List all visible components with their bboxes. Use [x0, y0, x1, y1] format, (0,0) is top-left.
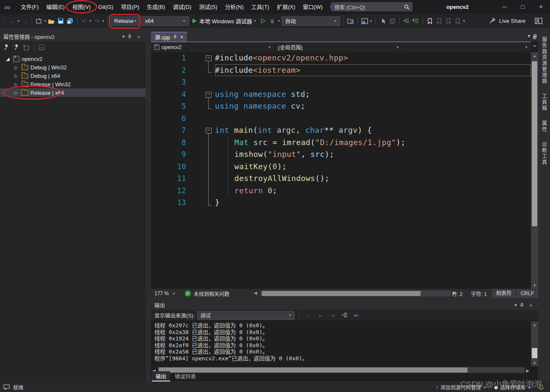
output-log[interactable]: 线程 0x297c 已退出，返回值为 0 (0x0)。线程 0x2a38 已退出… [151, 321, 531, 365]
fold-margin[interactable]: − [186, 124, 215, 137]
scroll-thumb[interactable] [532, 61, 537, 226]
output-tab-active[interactable]: 输出 [152, 371, 170, 381]
property-manager-header[interactable]: 属性管理器 - opencv2 ▾ × [0, 32, 146, 41]
navigate-back-icon[interactable]: ← [8, 16, 16, 26]
menu-item-6[interactable]: 生成(B) [143, 0, 169, 14]
fold-margin[interactable]: − [186, 88, 215, 101]
output-horizontal-scrollbar[interactable] [158, 367, 525, 373]
pin-icon[interactable] [127, 34, 135, 39]
code-line-content[interactable]: destroyAllWindows(); [215, 173, 531, 185]
right-tab-4[interactable]: 诊断工具 [541, 142, 548, 165]
code-line-content[interactable]: #include<opencv2/opencv.hpp> [215, 52, 531, 64]
add-new-project-property-icon[interactable]: * [13, 44, 19, 50]
word-wrap-icon[interactable]: ↵ [352, 311, 360, 320]
new-project-icon[interactable]: * [35, 16, 43, 26]
code-line[interactable]: 12return 0; [151, 185, 531, 197]
collapsed-expander-icon[interactable]: ▷ [14, 65, 19, 70]
code-line[interactable]: 11destroyAllWindows(); [151, 173, 531, 185]
tab-close-icon[interactable]: × [180, 34, 183, 40]
code-line-content[interactable]: using namespace cv; [215, 100, 531, 112]
line-ending-button[interactable]: CRLF [517, 289, 538, 298]
code-line-content[interactable]: imshow("input", src); [215, 148, 531, 161]
zoom-level[interactable]: 177 % [154, 291, 169, 296]
tree-root-project[interactable]: ◢ opencv2 [0, 55, 146, 63]
feedback-bubble-icon[interactable] [3, 384, 10, 390]
scroll-up-icon[interactable]: ▲ [531, 323, 538, 327]
solution-explorer-home-icon[interactable] [360, 16, 369, 26]
code-line[interactable]: 13} [151, 197, 531, 209]
code-line[interactable]: 10waitKey(0); [151, 161, 531, 173]
save-all-icon[interactable] [66, 16, 74, 26]
document-tab-active[interactable]: 源.cpp × [151, 32, 187, 41]
hscroll-thumb[interactable] [262, 291, 421, 296]
account-icon[interactable] [535, 18, 542, 24]
scroll-up-icon[interactable]: ▲ [531, 54, 538, 58]
code-line[interactable]: 4−using namespace std; [151, 88, 531, 101]
code-line[interactable]: 9imshow("input", src); [151, 148, 531, 161]
code-line[interactable]: 7−int main(int argc, char** argv) { [151, 124, 531, 137]
code-line-content[interactable]: #include<iostream> [215, 64, 531, 77]
scrollbar-gear-icon[interactable]: ⚙ [531, 33, 538, 42]
clear-bookmarks-icon[interactable] [454, 16, 462, 26]
scrollbar-options[interactable]: ⚙ ═ [531, 33, 538, 50]
right-tab-3[interactable]: 属性 [541, 121, 548, 132]
tab-pin-icon[interactable] [173, 35, 177, 39]
tree-config-row[interactable]: ▷Debug | Win32 [0, 63, 146, 71]
code-line-content[interactable]: using namespace std; [215, 88, 531, 101]
find-in-files-icon[interactable] [346, 16, 355, 26]
close-panel-icon[interactable]: × [527, 303, 535, 308]
scroll-down-icon[interactable]: ▼ [531, 361, 538, 365]
menu-item-9[interactable]: 分析(N) [221, 0, 248, 14]
indent-increase-icon[interactable]: 9 [412, 16, 420, 26]
minimize-button[interactable]: ─ [495, 0, 514, 14]
scroll-thumb[interactable] [532, 348, 537, 358]
search-box[interactable]: 搜索 (Ctrl+Q) [331, 2, 412, 11]
code-line-content[interactable]: int main(int argc, char** argv) { [215, 124, 531, 137]
fold-margin[interactable]: − [186, 52, 215, 64]
right-tab-2[interactable]: 工具箱 [541, 93, 548, 111]
menu-item-1[interactable]: 文件(F) [17, 0, 43, 14]
code-line-content[interactable]: } [215, 197, 531, 209]
code-line-content[interactable]: waitKey(0); [215, 161, 531, 173]
add-existing-property-sheet-icon[interactable] [23, 44, 30, 50]
tree-config-row[interactable]: ▷Debug | x64 [0, 71, 146, 80]
menu-item-5[interactable]: 项目(P) [117, 0, 143, 14]
code-line[interactable]: 5using namespace cv; [151, 100, 531, 112]
collapse-region-icon[interactable]: − [206, 128, 212, 134]
right-tab-1[interactable]: 服务器资源管理器 [541, 37, 548, 84]
split-window-handle[interactable]: ═ [531, 42, 538, 50]
code-line[interactable]: 3 [151, 76, 531, 88]
collapsed-expander-icon[interactable]: ▷ [14, 90, 19, 95]
toolbar-drag-handle[interactable]: ┊ [3, 18, 6, 24]
output-tab-inactive[interactable]: 错误列表 [171, 371, 200, 381]
output-source-dropdown[interactable]: 调试 ▾ [197, 311, 294, 320]
copy-icon[interactable] [388, 16, 397, 26]
hscroll-left-icon[interactable]: ◀ [254, 291, 257, 295]
previous-bookmark-icon[interactable] [435, 16, 443, 26]
hscroll-right-icon[interactable]: ▶ [526, 368, 529, 373]
collapse-region-icon[interactable]: − [206, 92, 212, 98]
code-line-content[interactable] [215, 76, 531, 88]
close-button[interactable]: × [532, 0, 550, 14]
code-line[interactable]: 1−#include<opencv2/opencv.hpp> [151, 52, 531, 64]
code-line[interactable]: 2#include<iostream> [151, 64, 531, 77]
menu-item-3[interactable]: 视图(V) [69, 0, 94, 14]
indentation-mode-button[interactable]: 制表符 [492, 289, 516, 298]
zoom-caret-icon[interactable]: ▾ [173, 292, 175, 296]
close-panel-icon[interactable]: × [135, 34, 143, 39]
solution-platform-dropdown[interactable]: x64 ▾ [142, 16, 189, 26]
menu-item-7[interactable]: 调试(D) [169, 0, 195, 14]
menu-item-8[interactable]: 测试(S) [195, 0, 221, 14]
pin-icon[interactable] [520, 303, 527, 308]
menu-item-2[interactable]: 编辑(E) [43, 0, 69, 14]
toggle-bookmark-icon[interactable] [426, 16, 434, 26]
window-position-caret-icon[interactable]: ▾ [512, 302, 520, 308]
menu-item-11[interactable]: 扩展(X) [273, 0, 299, 14]
code-line-content[interactable]: Mat src = imread("D:/images/1.jpg"); [215, 137, 531, 149]
editor-horizontal-scrollbar[interactable] [260, 291, 451, 296]
menu-item-12[interactable]: 窗口(W) [299, 0, 327, 14]
save-icon[interactable] [57, 16, 65, 26]
scroll-down-icon[interactable]: ▼ [531, 283, 538, 288]
hot-reload-icon[interactable] [268, 16, 277, 26]
code-area[interactable]: 1−#include<opencv2/opencv.hpp>2#include<… [151, 52, 531, 289]
